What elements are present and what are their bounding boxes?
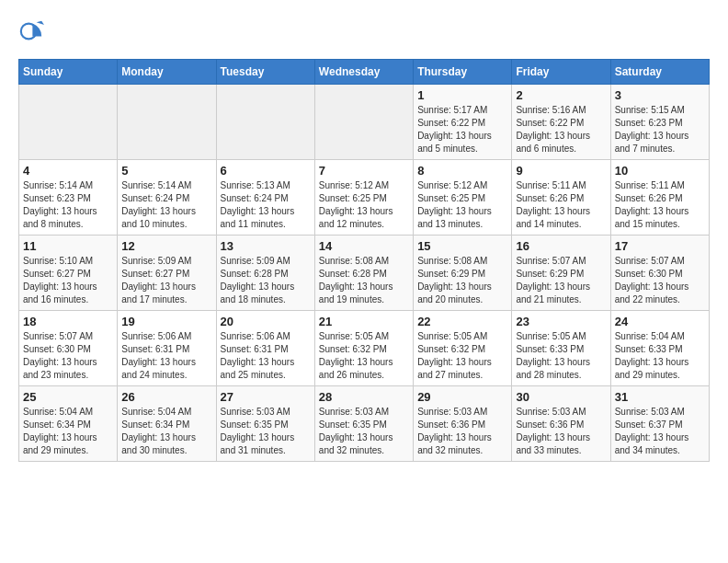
day-info: Sunrise: 5:04 AM Sunset: 6:34 PM Dayligh… <box>121 406 211 457</box>
day-info: Sunrise: 5:07 AM Sunset: 6:30 PM Dayligh… <box>23 330 113 382</box>
day-info: Sunrise: 5:12 AM Sunset: 6:25 PM Dayligh… <box>319 179 409 231</box>
day-number: 8 <box>417 164 507 178</box>
calendar-cell: 28Sunrise: 5:03 AM Sunset: 6:35 PM Dayli… <box>314 386 413 462</box>
day-info: Sunrise: 5:09 AM Sunset: 6:27 PM Dayligh… <box>121 255 211 306</box>
day-info: Sunrise: 5:03 AM Sunset: 6:36 PM Dayligh… <box>417 406 507 457</box>
calendar-cell: 10Sunrise: 5:11 AM Sunset: 6:26 PM Dayli… <box>610 160 709 236</box>
page-header <box>18 18 710 44</box>
day-info: Sunrise: 5:03 AM Sunset: 6:36 PM Dayligh… <box>516 406 606 457</box>
day-number: 28 <box>319 390 409 404</box>
calendar-cell: 24Sunrise: 5:04 AM Sunset: 6:33 PM Dayli… <box>610 311 709 386</box>
day-number: 16 <box>516 239 606 253</box>
day-number: 19 <box>121 315 211 328</box>
calendar-cell: 29Sunrise: 5:03 AM Sunset: 6:36 PM Dayli… <box>414 386 512 462</box>
calendar-cell: 5Sunrise: 5:14 AM Sunset: 6:24 PM Daylig… <box>118 160 216 236</box>
day-number: 26 <box>121 390 211 404</box>
calendar-cell: 12Sunrise: 5:09 AM Sunset: 6:27 PM Dayli… <box>118 236 216 311</box>
day-info: Sunrise: 5:06 AM Sunset: 6:31 PM Dayligh… <box>121 330 211 382</box>
day-info: Sunrise: 5:03 AM Sunset: 6:35 PM Dayligh… <box>221 406 311 457</box>
day-number: 27 <box>221 390 311 404</box>
weekday-header: Wednesday <box>314 60 413 85</box>
calendar-cell: 11Sunrise: 5:10 AM Sunset: 6:27 PM Dayli… <box>19 236 118 311</box>
calendar-cell: 17Sunrise: 5:07 AM Sunset: 6:30 PM Dayli… <box>610 236 709 311</box>
day-info: Sunrise: 5:05 AM Sunset: 6:33 PM Dayligh… <box>516 330 606 382</box>
day-number: 6 <box>221 164 311 178</box>
calendar-cell <box>19 85 118 160</box>
day-number: 1 <box>417 88 507 102</box>
day-info: Sunrise: 5:08 AM Sunset: 6:29 PM Dayligh… <box>417 255 507 306</box>
day-number: 4 <box>23 164 113 178</box>
day-number: 11 <box>23 239 113 253</box>
calendar-cell: 1Sunrise: 5:17 AM Sunset: 6:22 PM Daylig… <box>414 85 512 160</box>
calendar-cell: 25Sunrise: 5:04 AM Sunset: 6:34 PM Dayli… <box>19 386 118 462</box>
calendar-cell: 16Sunrise: 5:07 AM Sunset: 6:29 PM Dayli… <box>512 236 610 311</box>
day-info: Sunrise: 5:05 AM Sunset: 6:32 PM Dayligh… <box>417 330 507 382</box>
calendar-cell: 23Sunrise: 5:05 AM Sunset: 6:33 PM Dayli… <box>512 311 610 386</box>
day-number: 24 <box>615 315 705 328</box>
calendar-body: 1Sunrise: 5:17 AM Sunset: 6:22 PM Daylig… <box>19 85 710 462</box>
calendar-week-row: 4Sunrise: 5:14 AM Sunset: 6:23 PM Daylig… <box>19 160 710 236</box>
day-number: 29 <box>417 390 507 404</box>
calendar-cell: 6Sunrise: 5:13 AM Sunset: 6:24 PM Daylig… <box>216 160 314 236</box>
calendar-week-row: 25Sunrise: 5:04 AM Sunset: 6:34 PM Dayli… <box>19 386 710 462</box>
day-number: 15 <box>417 239 507 253</box>
calendar-week-row: 11Sunrise: 5:10 AM Sunset: 6:27 PM Dayli… <box>19 236 710 311</box>
calendar-cell: 13Sunrise: 5:09 AM Sunset: 6:28 PM Dayli… <box>216 236 314 311</box>
calendar-cell: 30Sunrise: 5:03 AM Sunset: 6:36 PM Dayli… <box>512 386 610 462</box>
day-number: 30 <box>516 390 606 404</box>
day-info: Sunrise: 5:06 AM Sunset: 6:31 PM Dayligh… <box>221 330 311 382</box>
day-info: Sunrise: 5:17 AM Sunset: 6:22 PM Dayligh… <box>417 104 507 155</box>
calendar-cell: 7Sunrise: 5:12 AM Sunset: 6:25 PM Daylig… <box>314 160 413 236</box>
day-info: Sunrise: 5:04 AM Sunset: 6:33 PM Dayligh… <box>615 330 705 382</box>
day-number: 12 <box>121 239 211 253</box>
weekday-header: Monday <box>118 60 216 85</box>
calendar-cell <box>314 85 413 160</box>
weekday-row: SundayMondayTuesdayWednesdayThursdayFrid… <box>19 60 710 85</box>
calendar-cell: 20Sunrise: 5:06 AM Sunset: 6:31 PM Dayli… <box>216 311 314 386</box>
day-info: Sunrise: 5:08 AM Sunset: 6:28 PM Dayligh… <box>319 255 409 306</box>
day-number: 13 <box>221 239 311 253</box>
calendar-cell: 2Sunrise: 5:16 AM Sunset: 6:22 PM Daylig… <box>512 85 610 160</box>
calendar-cell: 15Sunrise: 5:08 AM Sunset: 6:29 PM Dayli… <box>414 236 512 311</box>
calendar-cell: 4Sunrise: 5:14 AM Sunset: 6:23 PM Daylig… <box>19 160 118 236</box>
day-number: 20 <box>221 315 311 328</box>
calendar-cell: 21Sunrise: 5:05 AM Sunset: 6:32 PM Dayli… <box>314 311 413 386</box>
calendar-table: SundayMondayTuesdayWednesdayThursdayFrid… <box>18 59 710 462</box>
day-number: 9 <box>516 164 606 178</box>
weekday-header: Thursday <box>414 60 512 85</box>
day-number: 23 <box>516 315 606 328</box>
calendar-cell: 22Sunrise: 5:05 AM Sunset: 6:32 PM Dayli… <box>414 311 512 386</box>
day-info: Sunrise: 5:16 AM Sunset: 6:22 PM Dayligh… <box>516 104 606 155</box>
calendar-week-row: 1Sunrise: 5:17 AM Sunset: 6:22 PM Daylig… <box>19 85 710 160</box>
day-number: 31 <box>615 390 705 404</box>
calendar-cell: 19Sunrise: 5:06 AM Sunset: 6:31 PM Dayli… <box>118 311 216 386</box>
day-info: Sunrise: 5:15 AM Sunset: 6:23 PM Dayligh… <box>615 104 705 155</box>
day-number: 14 <box>319 239 409 253</box>
day-number: 2 <box>516 88 606 102</box>
calendar-week-row: 18Sunrise: 5:07 AM Sunset: 6:30 PM Dayli… <box>19 311 710 386</box>
weekday-header: Saturday <box>610 60 709 85</box>
calendar-cell: 3Sunrise: 5:15 AM Sunset: 6:23 PM Daylig… <box>610 85 709 160</box>
calendar-cell: 26Sunrise: 5:04 AM Sunset: 6:34 PM Dayli… <box>118 386 216 462</box>
weekday-header: Sunday <box>19 60 118 85</box>
calendar-header: SundayMondayTuesdayWednesdayThursdayFrid… <box>19 60 710 85</box>
day-number: 3 <box>615 88 705 102</box>
day-number: 22 <box>417 315 507 328</box>
day-number: 21 <box>319 315 409 328</box>
day-info: Sunrise: 5:07 AM Sunset: 6:30 PM Dayligh… <box>615 255 705 306</box>
day-number: 5 <box>121 164 211 178</box>
day-info: Sunrise: 5:03 AM Sunset: 6:35 PM Dayligh… <box>319 406 409 457</box>
day-number: 17 <box>615 239 705 253</box>
calendar-cell: 18Sunrise: 5:07 AM Sunset: 6:30 PM Dayli… <box>19 311 118 386</box>
calendar-cell: 27Sunrise: 5:03 AM Sunset: 6:35 PM Dayli… <box>216 386 314 462</box>
calendar-cell: 8Sunrise: 5:12 AM Sunset: 6:25 PM Daylig… <box>414 160 512 236</box>
day-info: Sunrise: 5:09 AM Sunset: 6:28 PM Dayligh… <box>221 255 311 306</box>
logo-icon <box>18 18 44 44</box>
day-number: 18 <box>23 315 113 328</box>
logo <box>18 18 50 44</box>
calendar-cell: 14Sunrise: 5:08 AM Sunset: 6:28 PM Dayli… <box>314 236 413 311</box>
day-info: Sunrise: 5:14 AM Sunset: 6:24 PM Dayligh… <box>121 179 211 231</box>
day-info: Sunrise: 5:07 AM Sunset: 6:29 PM Dayligh… <box>516 255 606 306</box>
day-info: Sunrise: 5:12 AM Sunset: 6:25 PM Dayligh… <box>417 179 507 231</box>
calendar-cell: 9Sunrise: 5:11 AM Sunset: 6:26 PM Daylig… <box>512 160 610 236</box>
